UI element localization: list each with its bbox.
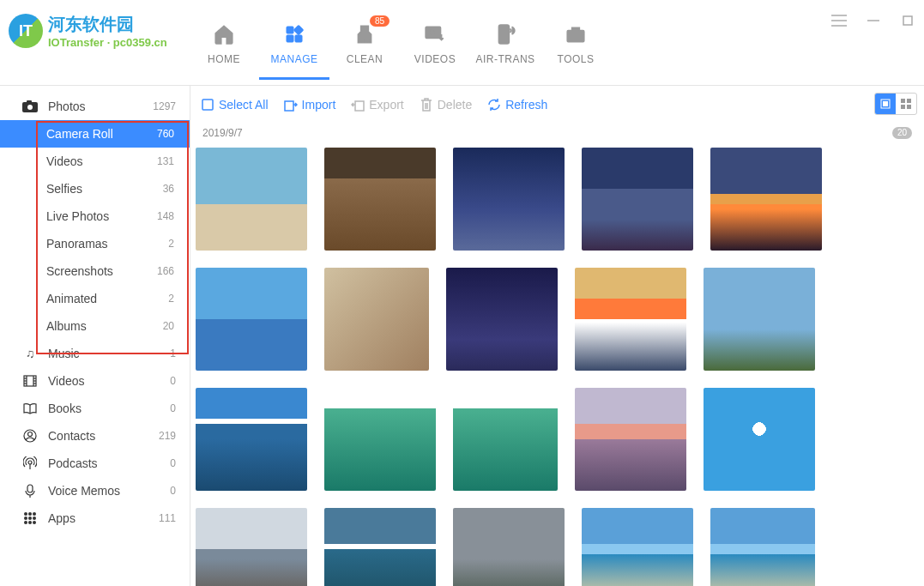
photo-thumbnail[interactable] xyxy=(453,148,565,251)
date-label: 2019/9/7 xyxy=(202,127,243,139)
photo-thumbnail[interactable] xyxy=(453,508,565,586)
sidebar-item-books[interactable]: Books0 xyxy=(0,395,190,422)
date-count-badge: 20 xyxy=(892,127,912,139)
video-download-icon xyxy=(423,22,447,46)
grid-view-button[interactable] xyxy=(875,94,896,114)
sidebar-sub-panoramas[interactable]: Panoramas2 xyxy=(0,230,190,257)
svg-rect-46 xyxy=(907,105,911,109)
nav-clean[interactable]: 85 CLEAN xyxy=(329,15,400,79)
svg-rect-44 xyxy=(907,99,911,103)
sidebar-item-voice-memos[interactable]: Voice Memos0 xyxy=(0,477,190,504)
camera-icon xyxy=(22,100,38,112)
sub-count: 36 xyxy=(163,183,174,195)
content-area: Select All Import Export Delete Refresh … xyxy=(190,86,924,586)
export-button[interactable]: Export xyxy=(351,98,403,112)
podcast-icon xyxy=(22,456,38,470)
sidebar-count: 0 xyxy=(170,375,176,387)
sidebar-sub-camera-roll[interactable]: Camera Roll760 xyxy=(0,120,190,148)
nav-videos[interactable]: VIDEOS xyxy=(400,15,470,79)
sub-label: Panoramas xyxy=(46,237,108,251)
sidebar-sub-selfies[interactable]: Selfies36 xyxy=(0,175,190,202)
import-button[interactable]: Import xyxy=(284,98,336,112)
svg-rect-1 xyxy=(293,25,303,34)
menu-icon[interactable] xyxy=(831,13,847,28)
list-view-button[interactable] xyxy=(896,94,916,114)
sidebar-item-apps[interactable]: Apps111 xyxy=(0,504,190,532)
nav-label: HOME xyxy=(208,53,240,65)
photo-thumbnail[interactable] xyxy=(324,508,436,586)
photo-thumbnail[interactable] xyxy=(196,268,307,371)
photo-thumbnail[interactable] xyxy=(704,388,815,491)
nav-tools[interactable]: TOOLS xyxy=(541,15,611,79)
sidebar-item-videos[interactable]: Videos0 xyxy=(0,367,190,395)
sidebar-item-podcasts[interactable]: Podcasts0 xyxy=(0,450,190,477)
photo-thumbnail[interactable] xyxy=(324,388,436,491)
logo-area: IT 河东软件园 IOTransfer · pc0359.cn xyxy=(0,0,189,62)
svg-rect-28 xyxy=(27,485,33,492)
sidebar-item-contacts[interactable]: Contacts219 xyxy=(0,422,190,450)
trash-icon xyxy=(420,98,433,112)
photo-thumbnail[interactable] xyxy=(196,508,307,586)
svg-point-32 xyxy=(24,517,27,520)
nav-label: MANAGE xyxy=(270,53,317,65)
maximize-icon[interactable] xyxy=(900,13,915,28)
svg-rect-45 xyxy=(901,105,905,109)
svg-point-27 xyxy=(28,461,32,464)
nav-label: TOOLS xyxy=(558,53,595,65)
logo-text: 河东软件园 IOTransfer · pc0359.cn xyxy=(48,13,167,49)
svg-point-36 xyxy=(28,521,32,524)
nav-home[interactable]: HOME xyxy=(189,15,259,79)
book-icon xyxy=(22,402,38,414)
logo-subtitle: IOTransfer · pc0359.cn xyxy=(48,36,167,49)
sidebar-sub-albums[interactable]: Albums20 xyxy=(0,312,190,340)
sidebar: Photos 1297 Camera Roll760 Videos131 Sel… xyxy=(0,86,190,586)
select-all-checkbox[interactable]: Select All xyxy=(201,98,269,112)
photo-thumbnail[interactable] xyxy=(446,268,558,371)
photo-thumbnail[interactable] xyxy=(710,508,815,586)
clean-badge: 85 xyxy=(370,15,390,27)
sidebar-item-music[interactable]: ♫Music1 xyxy=(0,340,190,367)
sub-count: 131 xyxy=(157,155,174,167)
photo-thumbnail[interactable] xyxy=(324,148,436,251)
refresh-label: Refresh xyxy=(505,98,547,112)
svg-rect-0 xyxy=(287,27,293,33)
film-icon xyxy=(22,375,38,387)
sidebar-item-photos[interactable]: Photos 1297 xyxy=(0,93,190,120)
sidebar-count: 1297 xyxy=(153,100,176,112)
nav-manage[interactable]: MANAGE xyxy=(259,15,329,79)
svg-rect-14 xyxy=(27,100,32,103)
photo-thumbnail[interactable] xyxy=(582,508,693,586)
delete-button[interactable]: Delete xyxy=(420,98,472,112)
photo-thumbnail[interactable] xyxy=(453,388,558,491)
nav-airtrans[interactable]: AIR-TRANS xyxy=(470,15,541,79)
photo-thumbnail[interactable] xyxy=(704,268,815,371)
svg-point-29 xyxy=(24,512,27,516)
main-area: Photos 1297 Camera Roll760 Videos131 Sel… xyxy=(0,86,924,586)
sub-count: 760 xyxy=(157,128,174,140)
photo-thumbnail[interactable] xyxy=(196,388,307,491)
svg-rect-6 xyxy=(567,31,584,42)
sidebar-count: 0 xyxy=(170,485,176,497)
sidebar-sub-animated[interactable]: Animated2 xyxy=(0,285,190,312)
minimize-icon[interactable] xyxy=(866,13,881,28)
sidebar-sub-screenshots[interactable]: Screenshots166 xyxy=(0,257,190,285)
svg-rect-2 xyxy=(287,35,293,42)
photo-thumbnail[interactable] xyxy=(575,268,686,371)
refresh-button[interactable]: Refresh xyxy=(487,98,547,112)
refresh-icon xyxy=(487,98,501,112)
sub-count: 2 xyxy=(168,238,174,250)
svg-point-30 xyxy=(28,512,32,516)
delete-label: Delete xyxy=(438,98,472,112)
photo-thumbnail[interactable] xyxy=(575,388,686,491)
photo-thumbnail[interactable] xyxy=(324,268,429,371)
checkbox-icon xyxy=(201,98,214,112)
toolbar: Select All Import Export Delete Refresh xyxy=(190,86,924,124)
sidebar-sub-videos[interactable]: Videos131 xyxy=(0,148,190,175)
svg-rect-5 xyxy=(498,25,509,44)
sidebar-sub-live-photos[interactable]: Live Photos148 xyxy=(0,202,190,230)
photo-thumbnail[interactable] xyxy=(582,148,693,251)
sidebar-count: 0 xyxy=(170,457,176,469)
sidebar-count: 219 xyxy=(159,430,176,442)
photo-thumbnail[interactable] xyxy=(196,148,307,251)
photo-thumbnail[interactable] xyxy=(710,148,822,251)
